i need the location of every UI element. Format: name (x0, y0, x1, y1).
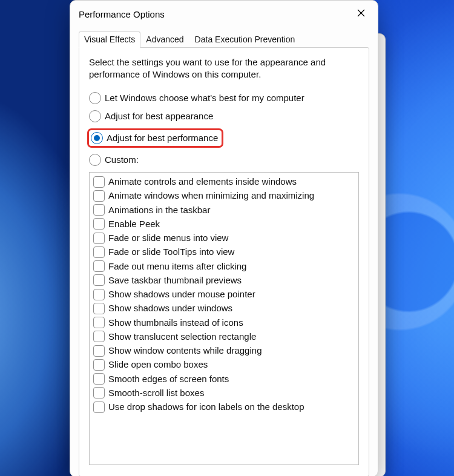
checkbox-icon[interactable] (93, 345, 105, 357)
titlebar: Performance Options (70, 1, 378, 25)
list-item[interactable]: Show shadows under mouse pointer (93, 288, 355, 302)
radio-let-windows-choose[interactable]: Let Windows choose what's best for my co… (89, 92, 359, 104)
tabpanel-visual-effects: Select the settings you want to use for … (79, 47, 369, 476)
list-item[interactable]: Smooth-scroll list boxes (93, 386, 355, 400)
list-item[interactable]: Animations in the taskbar (93, 203, 355, 217)
list-item[interactable]: Animate controls and elements inside win… (93, 175, 355, 189)
tab-label: Data Execution Prevention (195, 35, 295, 44)
list-item-label: Animate windows when minimizing and maxi… (108, 190, 314, 202)
radio-icon (89, 92, 101, 104)
checkbox-icon[interactable] (93, 331, 105, 342)
checkbox-icon[interactable] (93, 387, 105, 398)
checkbox-icon[interactable] (93, 246, 105, 258)
radio-group: Let Windows choose what's best for my co… (89, 92, 359, 166)
checkbox-icon[interactable] (93, 176, 105, 188)
list-item[interactable]: Show window contents while dragging (93, 344, 355, 358)
list-item[interactable]: Save taskbar thumbnail previews (93, 273, 355, 287)
radio-icon (89, 154, 101, 166)
list-item-label: Show thumbnails instead of icons (108, 317, 243, 329)
list-item-label: Smooth edges of screen fonts (108, 373, 229, 385)
list-item[interactable]: Slide open combo boxes (93, 358, 355, 372)
tab-label: Visual Effects (84, 35, 135, 44)
radio-label: Let Windows choose what's best for my co… (105, 93, 304, 103)
checkbox-icon[interactable] (93, 260, 105, 272)
list-item-label: Animations in the taskbar (108, 204, 210, 216)
checkbox-icon[interactable] (93, 190, 105, 202)
list-item[interactable]: Fade or slide menus into view (93, 231, 355, 245)
list-item-label: Save taskbar thumbnail previews (108, 274, 242, 286)
list-item[interactable]: Show thumbnails instead of icons (93, 316, 355, 329)
list-item-label: Enable Peek (108, 218, 160, 230)
list-item-label: Fade out menu items after clicking (108, 260, 246, 273)
list-item[interactable]: Smooth edges of screen fonts (93, 372, 355, 386)
list-item[interactable]: Fade or slide ToolTips into view (93, 245, 355, 259)
list-item[interactable]: Enable Peek (93, 217, 355, 231)
close-icon (357, 8, 365, 20)
effects-listbox[interactable]: Animate controls and elements inside win… (89, 172, 359, 465)
tabstrip: Visual Effects Advanced Data Execution P… (70, 31, 378, 47)
list-item-label: Use drop shadows for icon labels on the … (108, 401, 304, 413)
tab-dep[interactable]: Data Execution Prevention (189, 31, 301, 48)
checkbox-icon[interactable] (93, 289, 105, 300)
radio-custom[interactable]: Custom: (89, 154, 359, 166)
radio-label: Custom: (105, 154, 139, 165)
checkbox-icon[interactable] (93, 233, 105, 244)
list-item[interactable]: Animate windows when minimizing and maxi… (93, 189, 355, 203)
list-item-label: Show shadows under windows (108, 302, 232, 314)
radio-best-performance[interactable]: Adjust for best performance (87, 128, 223, 148)
checkbox-icon[interactable] (93, 359, 105, 371)
tab-visual-effects[interactable]: Visual Effects (79, 31, 140, 48)
tab-label: Advanced (146, 35, 183, 44)
list-item-label: Slide open combo boxes (108, 359, 208, 371)
list-item-label: Show shadows under mouse pointer (108, 288, 255, 300)
list-item[interactable]: Show shadows under windows (93, 302, 355, 316)
performance-options-window: Performance Options Visual Effects Advan… (70, 0, 378, 476)
checkbox-icon[interactable] (93, 373, 105, 385)
checkbox-icon[interactable] (93, 204, 105, 216)
radio-icon (91, 132, 103, 144)
list-item-label: Fade or slide menus into view (108, 232, 228, 244)
list-item[interactable]: Show translucent selection rectangle (93, 329, 355, 343)
radio-best-appearance[interactable]: Adjust for best appearance (89, 110, 359, 122)
checkbox-icon[interactable] (93, 317, 105, 328)
list-item-label: Fade or slide ToolTips into view (108, 246, 234, 258)
window-title: Performance Options (79, 9, 165, 19)
list-item[interactable]: Use drop shadows for icon labels on the … (93, 400, 355, 414)
checkbox-icon[interactable] (93, 274, 105, 286)
checkbox-icon[interactable] (93, 402, 105, 413)
radio-icon (89, 110, 101, 122)
radio-label: Adjust for best performance (107, 133, 218, 143)
description-text: Select the settings you want to use for … (89, 56, 359, 81)
list-item-label: Animate controls and elements inside win… (108, 176, 297, 188)
desktop-wallpaper: Performance Options Visual Effects Advan… (0, 0, 454, 476)
checkbox-icon[interactable] (93, 218, 105, 230)
list-item-label: Smooth-scroll list boxes (108, 387, 204, 399)
list-item[interactable]: Fade out menu items after clicking (93, 259, 355, 273)
list-item-label: Show window contents while dragging (108, 345, 262, 357)
close-button[interactable] (352, 5, 369, 22)
list-item-label: Show translucent selection rectangle (108, 331, 256, 343)
checkbox-icon[interactable] (93, 303, 105, 314)
tab-advanced[interactable]: Advanced (140, 31, 189, 48)
radio-label: Adjust for best appearance (105, 111, 213, 121)
